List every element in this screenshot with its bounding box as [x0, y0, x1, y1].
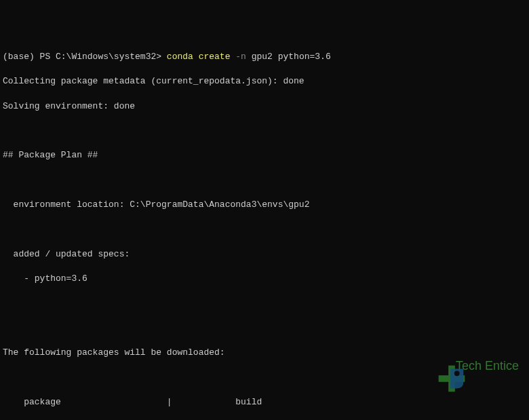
svg-point-2	[454, 371, 460, 377]
specs-header: added / updated specs:	[3, 248, 526, 261]
blank-line	[3, 298, 526, 310]
env-location: environment location: C:\ProgramData\Ana…	[3, 199, 526, 211]
watermark-logo-icon	[411, 347, 450, 386]
prompt-prefix: (base) PS C:\Windows\system32>	[3, 52, 167, 62]
blank-line	[3, 125, 526, 137]
command-name: conda create	[167, 52, 231, 62]
package-plan-header: ## Package Plan ##	[3, 149, 526, 161]
output-solving: Solving environment: done	[3, 100, 526, 113]
command-flag: -n	[235, 52, 246, 62]
blank-line	[3, 223, 526, 235]
blank-line	[3, 174, 526, 187]
spec-item: - python=3.6	[3, 273, 526, 285]
blank-line	[3, 322, 526, 335]
prompt-line: (base) PS C:\Windows\system32> conda cre…	[3, 51, 526, 63]
command-args: gpu2 python=3.6	[252, 52, 331, 62]
watermark: Tech Entice	[411, 347, 519, 386]
output-collecting: Collecting package metadata (current_rep…	[3, 75, 526, 88]
